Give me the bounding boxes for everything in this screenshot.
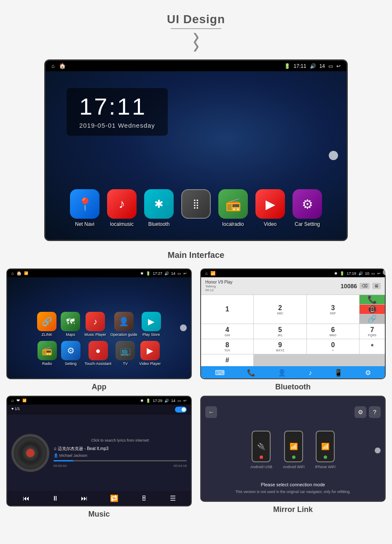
- app-grid-main[interactable]: ⣿: [181, 189, 211, 227]
- mirror-screen-label: Mirror Link: [273, 505, 313, 514]
- bt-caller-status: Talking: [205, 284, 232, 288]
- bt-delete-icon[interactable]: ⌫: [360, 283, 370, 289]
- app-vol-icon: 🔊: [164, 271, 169, 276]
- music-time-current: 00:00:04: [54, 464, 67, 468]
- bt-music-icon[interactable]: ♪: [309, 369, 312, 377]
- music-progress-bar[interactable]: [54, 460, 187, 461]
- phone-android-wifi-label: Android WiFi: [283, 465, 305, 469]
- music-battery-icon: 🔋: [146, 399, 150, 403]
- music-eq-toggle[interactable]: [175, 407, 187, 413]
- music-statusbar: ⌂ ❤ 📶 ✱ 🔋 17:29 🔊 14 ▭ ↩: [7, 397, 191, 405]
- app-op-guide-label: Operation guide: [110, 332, 137, 337]
- bt-key-star[interactable]: *: [360, 339, 385, 354]
- mirror-phone-android-usb[interactable]: 🔌 Android USB: [250, 431, 272, 469]
- bt-phone-icon[interactable]: 📱: [334, 369, 343, 377]
- app-setting[interactable]: ⚙ Setting: [61, 341, 81, 366]
- back-icon: ↩: [336, 63, 341, 69]
- app-zlink[interactable]: 🔗 ZLINK: [37, 312, 56, 337]
- bt-dialpad-icon[interactable]: ⌨: [215, 369, 225, 377]
- mirror-phone-android-wifi[interactable]: 📶 Android WiFi: [283, 431, 305, 469]
- app-music-player[interactable]: ♪ Music Player: [84, 312, 106, 337]
- music-screenshot: ⌂ ❤ 📶 ✱ 🔋 17:29 🔊 14 ▭ ↩ ♥ 1/1: [6, 396, 192, 506]
- app-battery-level: 14: [171, 271, 175, 276]
- app-video-player[interactable]: ▶ Video Player: [139, 341, 161, 366]
- bt-contacts-icon[interactable]: 👤: [278, 369, 286, 377]
- app-touch-assistant-label: Touch-Assistant: [85, 362, 112, 366]
- music-vol-icon: 🔊: [164, 399, 169, 403]
- music-eq-btn[interactable]: 🎚: [141, 495, 148, 502]
- bt-key-4[interactable]: 4GHI: [201, 324, 253, 339]
- app-localmusic[interactable]: ♪ localmusic: [107, 189, 137, 227]
- app-play-store-label: Play Store: [142, 332, 160, 337]
- music-repeat-btn[interactable]: 🔁: [110, 494, 118, 502]
- main-time: 17:11: [294, 63, 306, 69]
- phone-wifi-dot: [292, 456, 295, 459]
- wifi-android-icon: 📶: [290, 442, 298, 450]
- bt-settings-icon[interactable]: ⚙: [365, 369, 371, 377]
- app-screen-label: App: [92, 383, 107, 391]
- bt-key-9[interactable]: 9WXYZ: [254, 339, 306, 354]
- bt-key-7[interactable]: 7PQRS: [360, 324, 385, 339]
- bt-key-3[interactable]: 3DEF: [307, 295, 359, 324]
- app-net-navi-label: Net Navi: [75, 221, 94, 227]
- bt-key-0[interactable]: 0+: [307, 339, 359, 354]
- bt-battery-icon: 🔋: [340, 271, 344, 276]
- phone-iphone-dot: [324, 456, 327, 459]
- phone-iphone-wifi-shape: 📶: [316, 431, 335, 462]
- app-touch-assistant[interactable]: ● Touch-Assistant: [85, 341, 112, 366]
- bt-battery-level: 10: [365, 271, 369, 276]
- vinyl-center: [26, 449, 35, 457]
- mirror-dot-btn[interactable]: [375, 448, 381, 453]
- phone-android-usb-label: Android USB: [250, 465, 272, 469]
- music-playlist-btn[interactable]: ☰: [170, 494, 176, 502]
- mirror-screen-block: ← ⚙ ? 🔌 Android USB: [200, 396, 386, 519]
- mirror-phone-iphone-wifi[interactable]: 📶 iPhone WiFi: [315, 431, 336, 469]
- bt-caller-number: 10086: [341, 283, 357, 289]
- bt-hangup-btn[interactable]: 📵: [360, 305, 385, 314]
- phone-usb-dot: [260, 456, 263, 459]
- bt-key-6[interactable]: 6MNO: [307, 324, 359, 339]
- music-home-icon: ⌂: [11, 398, 14, 403]
- music-progress-fill: [54, 460, 73, 461]
- bt-key-5[interactable]: 5JKL: [254, 324, 306, 339]
- bluetooth-screen-block: ⌂ 📶 ✱ 🔋 17:19 🔊 10 ▭ ↩ Honor: [200, 268, 386, 391]
- bt-screen-body: Honor V9 Play Talking 00:12 10086 ⌫ 🖥 1 …: [201, 277, 385, 378]
- app-net-navi[interactable]: 📍 Net Navi: [70, 189, 99, 227]
- music-pause-btn[interactable]: ⏸: [52, 495, 59, 502]
- app-car-setting[interactable]: ⚙ Car Setting: [293, 189, 322, 227]
- music-prev-btn[interactable]: ⏮: [23, 495, 30, 502]
- app-tv[interactable]: 📺 TV: [115, 341, 135, 366]
- music-search-lyrics[interactable]: Click to search lyrics from internet!: [54, 438, 187, 442]
- app-localradio[interactable]: 📻 localradio: [218, 189, 248, 227]
- app-op-guide[interactable]: 👤 Operation guide: [110, 312, 137, 337]
- bt-link-btn[interactable]: 🔗: [360, 314, 385, 324]
- app-radio[interactable]: 📻 Radio: [38, 341, 57, 366]
- clock-time: 17:11: [79, 95, 155, 118]
- bt-key-8[interactable]: 8TUV: [201, 339, 253, 354]
- app-home-icon: ⌂: [11, 271, 14, 276]
- music-screen-body: ♥ 1/1 Click to search lyrics from intern…: [7, 405, 191, 506]
- music-time: 17:29: [153, 399, 162, 403]
- side-dot-button[interactable]: [329, 151, 338, 160]
- bt-key-2[interactable]: 2ABC: [254, 295, 306, 324]
- app-bluetooth[interactable]: ✱ Bluetooth: [144, 189, 174, 227]
- bt-key-1[interactable]: 1: [201, 295, 253, 324]
- phone-android-wifi-shape: 📶: [284, 431, 303, 462]
- mirror-help-btn[interactable]: ?: [369, 406, 381, 418]
- app-play-store[interactable]: ▶ Play Store: [142, 312, 161, 337]
- bt-action-col: 📞 📵 🔗: [360, 295, 385, 324]
- bt-vol-icon: 🔊: [358, 271, 363, 276]
- bt-call-icon[interactable]: 📞: [247, 369, 255, 377]
- app-dot-btn[interactable]: [180, 324, 187, 331]
- app-video-label: Video: [264, 221, 277, 227]
- bt-screen-icon[interactable]: 🖥: [372, 283, 381, 289]
- bt-key-hash[interactable]: #: [201, 354, 253, 366]
- bt-answer-btn[interactable]: 📞: [360, 295, 385, 304]
- music-next-btn[interactable]: ⏭: [81, 495, 88, 502]
- app-video[interactable]: ▶ Video: [255, 189, 285, 227]
- music-song-name: ♫ 迈克尔杰克逊 - Beat It.mp3: [54, 446, 187, 452]
- app-maps[interactable]: 🗺 Maps: [61, 312, 80, 337]
- mirror-back-btn[interactable]: ←: [205, 406, 217, 418]
- bt-back-icon: ↩: [377, 271, 381, 276]
- mirror-settings-btn[interactable]: ⚙: [354, 406, 366, 418]
